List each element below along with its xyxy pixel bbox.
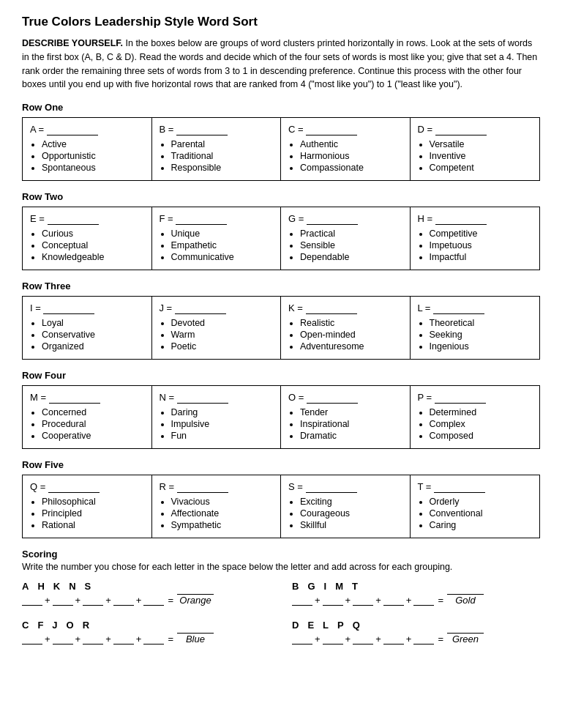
cell-blank[interactable] <box>434 481 485 493</box>
cell-blank[interactable] <box>176 124 228 135</box>
score-blank-line[interactable] <box>113 605 134 606</box>
cell-label: R = <box>160 481 274 493</box>
score-blank-line[interactable] <box>53 605 73 606</box>
word-cell: A = ActiveOpportunisticSpontaneous <box>23 118 152 180</box>
cell-blank[interactable] <box>48 213 99 225</box>
score-plus <box>343 581 352 592</box>
cell-label: A = <box>30 124 144 135</box>
cell-blank[interactable] <box>177 481 228 493</box>
word-item: Exciting <box>300 497 402 507</box>
scoring-title: Scoring <box>22 549 540 560</box>
score-operator: + <box>406 595 412 606</box>
row-label: Row Two <box>22 191 540 202</box>
score-blank-line[interactable] <box>143 644 164 645</box>
word-item: Composed <box>430 431 533 441</box>
score-equals: = <box>168 595 173 606</box>
score-operator: + <box>105 595 111 606</box>
score-blanks-row: ++++=Orange <box>22 594 270 606</box>
score-letter-group: Q <box>353 620 360 631</box>
word-item: Open-minded <box>300 330 402 340</box>
score-color-label: Orange <box>179 595 211 606</box>
score-blank-line[interactable] <box>292 605 312 606</box>
word-item: Impetuous <box>430 240 533 250</box>
score-blank-line[interactable] <box>83 644 103 645</box>
score-blank-line[interactable] <box>413 605 434 606</box>
cell-blank[interactable] <box>43 302 94 314</box>
score-plus <box>315 581 324 592</box>
score-blanks-row: ++++=Blue <box>22 633 270 645</box>
cell-blank[interactable] <box>433 302 484 314</box>
score-operator: + <box>406 634 412 645</box>
score-letter: S <box>85 581 91 592</box>
cell-label: N = <box>160 392 274 404</box>
word-item: Courageous <box>300 508 402 519</box>
cell-blank[interactable] <box>306 302 357 314</box>
word-item: Harmonious <box>300 151 402 161</box>
cell-blank[interactable] <box>307 213 358 225</box>
score-blank-line[interactable] <box>383 644 404 645</box>
score-blank-line[interactable] <box>292 644 312 645</box>
cell-label: J = <box>160 302 274 314</box>
cell-blank[interactable] <box>177 392 228 404</box>
score-blank-line[interactable] <box>83 605 103 606</box>
score-letter-group: A <box>22 581 29 592</box>
word-item: Parental <box>171 139 274 149</box>
word-item: Devoted <box>171 318 274 328</box>
score-result-group: Green <box>447 633 484 645</box>
word-item: Traditional <box>171 151 274 161</box>
score-blank-line[interactable] <box>53 644 73 645</box>
word-list: PracticalSensibleDependable <box>288 229 402 262</box>
score-blank-line[interactable] <box>353 605 373 606</box>
score-letter-group: O <box>67 620 74 631</box>
score-plus <box>29 581 37 592</box>
cell-blank[interactable] <box>306 481 357 493</box>
score-operator: + <box>315 595 321 606</box>
score-letter: J <box>52 620 57 631</box>
score-blank-line[interactable] <box>323 605 343 606</box>
score-blank-line[interactable] <box>22 605 42 606</box>
score-blank-line[interactable] <box>143 605 164 606</box>
word-item: Poetic <box>171 341 274 352</box>
score-operator: + <box>45 634 50 645</box>
score-letter-group: C <box>22 620 29 631</box>
cell-blank[interactable] <box>48 481 100 493</box>
cell-blank[interactable] <box>176 213 227 225</box>
cell-blank[interactable] <box>435 124 487 135</box>
score-operator: + <box>105 634 111 645</box>
word-item: Spontaneous <box>42 163 144 173</box>
score-operator: + <box>315 634 321 645</box>
word-item: Seeking <box>430 330 533 340</box>
cell-blank[interactable] <box>47 124 98 135</box>
word-item: Realistic <box>300 318 402 328</box>
word-list: OrderlyConventionalCaring <box>418 497 533 530</box>
word-item: Tender <box>300 407 402 417</box>
cell-blank[interactable] <box>49 392 100 404</box>
cell-blank[interactable] <box>306 124 357 135</box>
score-letter: R <box>83 620 89 631</box>
score-blank-line[interactable] <box>413 644 434 645</box>
score-blank-line[interactable] <box>383 605 404 606</box>
score-blank-line[interactable] <box>353 644 373 645</box>
score-plus <box>58 620 67 631</box>
word-cell: H = CompetitiveImpetuousImpactful <box>411 207 540 270</box>
cell-blank[interactable] <box>175 302 226 314</box>
cell-label: B = <box>160 124 274 135</box>
score-letter-group: M <box>335 581 343 592</box>
cell-blank[interactable] <box>435 213 487 225</box>
cell-blank[interactable] <box>307 392 358 404</box>
word-item: Determined <box>430 407 533 417</box>
word-item: Versatile <box>430 139 533 149</box>
score-letter: N <box>69 581 75 592</box>
score-blank-line[interactable] <box>323 644 343 645</box>
word-item: Complex <box>430 419 533 429</box>
score-blank-line[interactable] <box>113 644 134 645</box>
score-letter-group: J <box>52 620 57 631</box>
score-plus <box>299 620 307 631</box>
cell-blank[interactable] <box>435 392 486 404</box>
score-blank-line[interactable] <box>22 644 42 645</box>
row-label: Row Four <box>22 370 540 381</box>
row-grid: M = ConcernedProceduralCooperativeN = Da… <box>22 385 540 449</box>
score-letter-group: P <box>337 620 344 631</box>
word-item: Practical <box>300 229 402 239</box>
scoring-grid: A H K N S++++=OrangeB G I M T++++=GoldC … <box>22 581 540 651</box>
